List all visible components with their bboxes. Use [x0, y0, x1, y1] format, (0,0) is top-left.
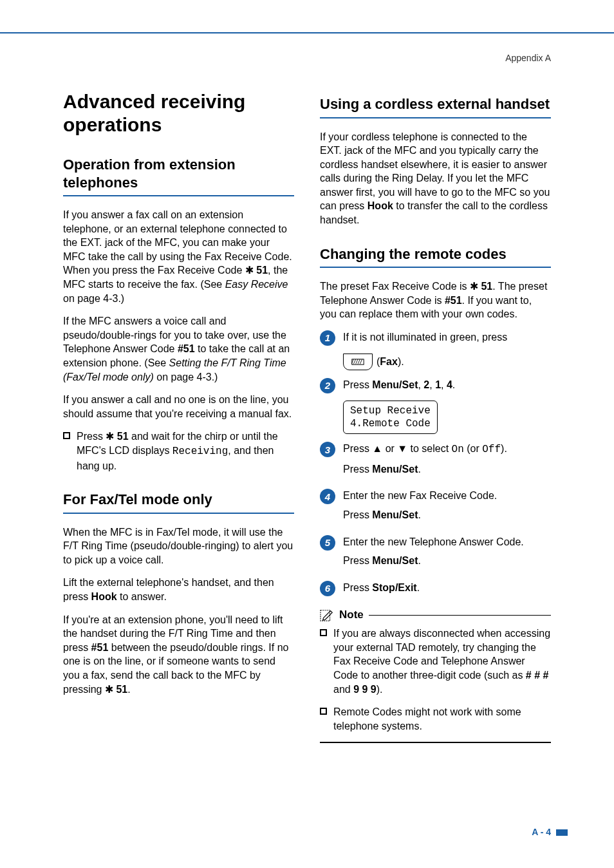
- square-bullet-icon: [320, 629, 327, 636]
- bullet-item: Press ✱ 51 and wait for the chirp or unt…: [63, 429, 294, 473]
- paragraph: If your cordless telephone is connected …: [320, 130, 551, 227]
- note-block: Note If you are always disconnected when…: [320, 609, 551, 743]
- note-text: If you are always disconnected when acce…: [333, 627, 551, 696]
- step-body: If it is not illuminated in green, press…: [343, 330, 551, 370]
- step-number-icon: 4: [320, 489, 335, 504]
- bullet-text: Press ✱ 51 and wait for the chirp or unt…: [77, 429, 294, 473]
- svg-line-2: [353, 359, 355, 364]
- note-label: Note: [339, 609, 364, 621]
- top-divider: [0, 32, 614, 33]
- paragraph: If you answer a fax call on an extension…: [63, 208, 294, 305]
- fax-key-illustration: (Fax).: [343, 354, 404, 370]
- step-number-icon: 1: [320, 330, 335, 346]
- svg-line-4: [358, 359, 360, 364]
- page-content: Advanced receiving operations Operation …: [63, 90, 551, 743]
- section-fax-tel-mode: For Fax/Tel mode only: [63, 491, 294, 514]
- paragraph: The preset Fax Receive Code is ✱ 51. The…: [320, 279, 551, 321]
- note-header: Note: [320, 609, 551, 621]
- main-heading: Advanced receiving operations: [63, 90, 294, 137]
- step-body: Enter the new Telephone Answer Code. Pre…: [343, 535, 551, 573]
- step-number-icon: 3: [320, 442, 335, 457]
- step-4: 4 Enter the new Fax Receive Code. Press …: [320, 489, 551, 527]
- note-item: Remote Codes might not work with some te…: [320, 705, 551, 733]
- paragraph: If you're at an extension phone, you'll …: [63, 613, 294, 697]
- step-6: 6 Press Stop/Exit.: [320, 581, 551, 600]
- lcd-display: Setup Receive 4.Remote Code: [343, 401, 438, 434]
- step-3: 3 Press ▲ or ▼ to select On (or Off). Pr…: [320, 442, 551, 481]
- step-body: Press Stop/Exit.: [343, 581, 551, 600]
- step-number-icon: 5: [320, 535, 335, 551]
- right-column: Using a cordless external handset If you…: [320, 90, 551, 743]
- star-icon: ✱: [105, 684, 116, 695]
- step-body: Enter the new Fax Receive Code. Press Me…: [343, 489, 551, 527]
- section-cordless-handset: Using a cordless external handset: [320, 95, 551, 118]
- svg-line-5: [360, 359, 362, 364]
- step-1: 1 If it is not illuminated in green, pre…: [320, 330, 551, 370]
- note-text: Remote Codes might not work with some te…: [333, 705, 551, 733]
- section-operation-extension: Operation from extension telephones: [63, 156, 294, 196]
- step-body: Press Menu/Set, 2, 1, 4. Setup Receive 4…: [343, 378, 551, 435]
- paragraph: If the MFC answers a voice call and pseu…: [63, 314, 294, 384]
- step-5: 5 Enter the new Telephone Answer Code. P…: [320, 535, 551, 573]
- page-tab-icon: [556, 829, 568, 836]
- note-pencil-icon: [320, 609, 334, 621]
- step-number-icon: 2: [320, 378, 335, 393]
- header-appendix-label: Appendix A: [505, 53, 551, 63]
- paragraph: When the MFC is in Fax/Tel mode, it will…: [63, 525, 294, 567]
- note-divider: [320, 742, 551, 743]
- step-number-icon: 6: [320, 581, 335, 596]
- note-item: If you are always disconnected when acce…: [320, 627, 551, 696]
- star-icon: ✱: [470, 281, 481, 292]
- star-icon: ✱: [106, 431, 116, 442]
- square-bullet-icon: [63, 432, 70, 439]
- fax-key-icon: [343, 354, 373, 370]
- note-divider: [369, 615, 551, 616]
- step-2: 2 Press Menu/Set, 2, 1, 4. Setup Receive…: [320, 378, 551, 435]
- left-column: Advanced receiving operations Operation …: [63, 90, 294, 743]
- step-body: Press ▲ or ▼ to select On (or Off). Pres…: [343, 442, 551, 481]
- svg-line-3: [356, 359, 358, 364]
- paragraph: If you answer a call and no one is on th…: [63, 393, 294, 420]
- star-icon: ✱: [245, 265, 256, 276]
- square-bullet-icon: [320, 708, 327, 715]
- page-number: A - 4: [532, 827, 551, 837]
- section-changing-remote-codes: Changing the remote codes: [320, 245, 551, 269]
- paragraph: Lift the external telephone's handset, a…: [63, 576, 294, 603]
